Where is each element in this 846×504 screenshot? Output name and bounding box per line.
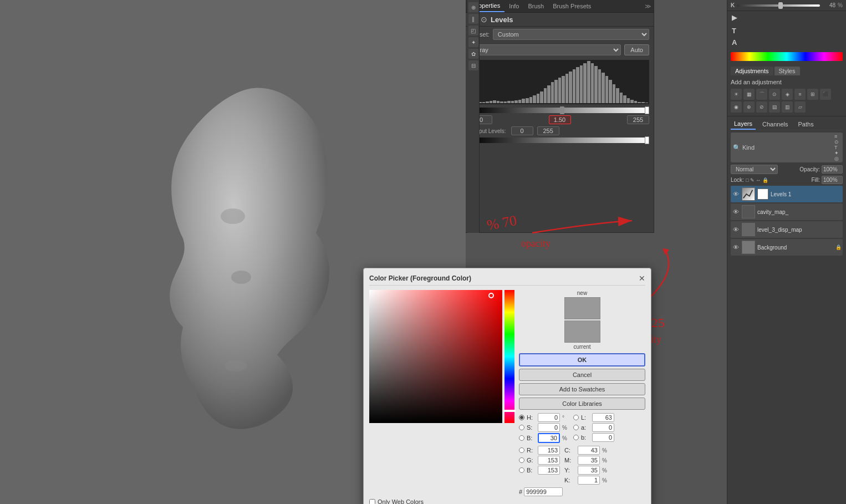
- a-radio[interactable]: [573, 425, 579, 430]
- tab-channels[interactable]: Channels: [759, 119, 791, 130]
- levels-icon[interactable]: ▦: [743, 89, 755, 100]
- properties-panel: Properties Info Brush Brush Presets ≫ ▦ …: [466, 0, 654, 233]
- g-input[interactable]: [538, 456, 560, 465]
- k-slider-thumb[interactable]: [778, 2, 783, 9]
- color-balance-icon[interactable]: ⊞: [807, 89, 818, 100]
- b3-input[interactable]: [538, 466, 560, 475]
- layer-visibility-levels1[interactable]: 👁: [732, 191, 740, 197]
- vibrance-icon[interactable]: ◈: [782, 89, 793, 100]
- layer-visibility-background[interactable]: 👁: [732, 244, 740, 251]
- play-button[interactable]: ▶: [731, 13, 738, 21]
- tab-layers[interactable]: Layers: [731, 119, 756, 130]
- r-input[interactable]: [538, 446, 560, 455]
- layer-mask-levels1: [757, 189, 768, 200]
- threshold-icon[interactable]: ▥: [782, 101, 793, 113]
- channel-mixer-icon[interactable]: ⊕: [743, 101, 755, 113]
- white-point-thumb[interactable]: [645, 106, 649, 114]
- photo-filter-icon[interactable]: ◉: [731, 101, 742, 113]
- b2-radio[interactable]: [573, 435, 579, 440]
- output-slider-track[interactable]: [470, 138, 649, 143]
- b3-radio[interactable]: [519, 467, 524, 473]
- r-radio[interactable]: [519, 447, 524, 453]
- preset-row: Preset: Custom: [466, 27, 654, 42]
- l-input[interactable]: [592, 413, 614, 422]
- tab-info[interactable]: Info: [504, 1, 523, 12]
- field-row-y: Y: %: [564, 466, 609, 475]
- sample-tool-btn[interactable]: ⊕: [468, 2, 478, 12]
- brightness-contrast-icon[interactable]: ☀: [731, 89, 742, 100]
- blend-mode-select[interactable]: Normal: [731, 165, 778, 174]
- tab-brush[interactable]: Brush: [524, 1, 549, 12]
- layer-visibility-disp[interactable]: 👁: [732, 226, 740, 233]
- layer-name-levels1: Levels 1: [771, 191, 842, 197]
- tab-paths[interactable]: Paths: [795, 119, 817, 130]
- layer-row-background[interactable]: 👁 Background 🔒: [731, 239, 843, 256]
- dialog-close-button[interactable]: ✕: [639, 274, 645, 283]
- opacity-input[interactable]: [822, 165, 843, 174]
- midpoint-input[interactable]: [549, 115, 571, 124]
- c-input[interactable]: [578, 446, 600, 455]
- dialog-buttons: OK Cancel Add to Swatches Color Librarie…: [519, 353, 645, 410]
- layer-visibility-cavity[interactable]: 👁: [732, 208, 740, 215]
- color-libraries-button[interactable]: Color Libraries: [519, 398, 645, 410]
- layer-row-levels1[interactable]: 👁 Levels 1: [731, 186, 843, 202]
- auto-button[interactable]: Auto: [624, 44, 649, 55]
- s-input[interactable]: [538, 423, 560, 432]
- r-label: R:: [527, 447, 536, 454]
- h-input[interactable]: [538, 413, 560, 422]
- white-input[interactable]: [627, 115, 649, 124]
- fill-input[interactable]: [822, 176, 843, 184]
- tab-adjustments[interactable]: Adjustments: [731, 67, 773, 75]
- layers-search-input[interactable]: [756, 144, 833, 151]
- preset-select[interactable]: Custom: [493, 29, 649, 40]
- layer-thumb-levels1: [742, 187, 755, 201]
- hex-input[interactable]: [524, 487, 563, 496]
- b-input[interactable]: [538, 433, 560, 443]
- posterize-icon[interactable]: ▤: [769, 101, 780, 113]
- y-input[interactable]: [578, 466, 600, 475]
- hash-row: #: [519, 487, 645, 496]
- panel-expand[interactable]: ≫: [645, 3, 651, 10]
- color-gradient-box[interactable]: [369, 290, 502, 423]
- curves-icon[interactable]: ⌒: [756, 89, 767, 100]
- alpha-tool-btn[interactable]: A: [731, 37, 843, 48]
- k2-input[interactable]: [578, 476, 600, 485]
- tab-brush-presets[interactable]: Brush Presets: [548, 1, 595, 12]
- note-btn[interactable]: ✦: [468, 37, 478, 47]
- invert-icon[interactable]: ⊘: [756, 101, 767, 113]
- gradient-map-icon[interactable]: ▱: [794, 101, 806, 113]
- exposure-icon[interactable]: ⊙: [769, 89, 780, 100]
- hsl-icon[interactable]: ≡: [794, 89, 806, 100]
- cancel-button[interactable]: Cancel: [519, 369, 645, 381]
- b2-input[interactable]: [592, 433, 614, 442]
- bw-icon[interactable]: ⬛: [820, 89, 831, 100]
- ruler-btn[interactable]: ◰: [468, 26, 478, 35]
- channel-select[interactable]: Gray: [470, 44, 621, 55]
- vertical-toolbar: ⊕ ∥ ◰ ✦ ✿ ⊟: [467, 0, 480, 233]
- g-radio[interactable]: [519, 457, 524, 463]
- m-input[interactable]: [578, 456, 600, 465]
- hue-strip[interactable]: [504, 290, 514, 423]
- eyedropper-btn[interactable]: ∥: [468, 14, 478, 24]
- output-white-input[interactable]: [537, 126, 559, 135]
- input-slider-track[interactable]: [470, 108, 649, 113]
- layer-row-disp[interactable]: 👁 level_3_disp_map: [731, 221, 843, 238]
- type-tool-btn[interactable]: T: [731, 26, 843, 36]
- ok-button[interactable]: OK: [519, 353, 645, 366]
- h-radio[interactable]: [519, 415, 524, 420]
- output-white-thumb[interactable]: [645, 136, 649, 144]
- add-to-swatches-button[interactable]: Add to Swatches: [519, 383, 645, 395]
- tab-styles[interactable]: Styles: [774, 67, 800, 75]
- layer-row-cavity[interactable]: 👁 cavity_map_: [731, 203, 843, 220]
- midpoint-thumb[interactable]: [560, 106, 564, 114]
- eyedropper2-btn[interactable]: ✿: [468, 49, 478, 59]
- dialog-body: new current OK Cancel Add to Swatches Co…: [369, 290, 645, 496]
- s-radio[interactable]: [519, 425, 524, 430]
- levels-disp-btn[interactable]: ⊟: [468, 60, 478, 70]
- l-radio[interactable]: [573, 415, 579, 420]
- a-input[interactable]: [592, 423, 614, 432]
- k-slider[interactable]: [737, 4, 820, 7]
- b-radio[interactable]: [519, 435, 524, 441]
- output-black-input[interactable]: [511, 126, 533, 135]
- web-colors-checkbox[interactable]: [369, 499, 375, 505]
